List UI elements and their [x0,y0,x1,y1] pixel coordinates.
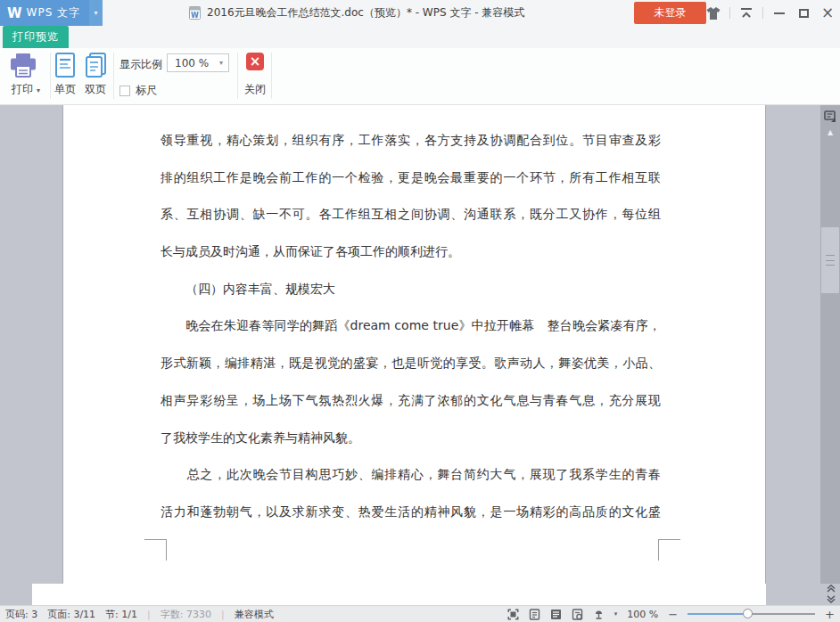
fullscreen-icon[interactable] [507,609,519,620]
margin-corner-mark-left [144,539,167,561]
print-button-label[interactable]: 打印 ▾ [4,82,48,97]
zoom-slider-track [748,613,815,615]
ruler-checkbox[interactable] [119,86,130,96]
next-page-button[interactable] [825,594,837,604]
login-button[interactable]: 未登录 [634,2,706,24]
side-toolbar-icon[interactable] [824,110,836,127]
double-page-icon [84,52,107,78]
document-text-line: 总之，此次晚会节目构思巧妙、编排精心，舞台简约大气，展现了我系学生的青春 [161,456,661,494]
document-text-block: 领导重视，精心策划，组织有序，工作落实，各方支持及协调配合到位。节目审查及彩排的… [161,122,661,531]
wps-menu-tab-main[interactable]: W WPS 文字 [0,0,89,26]
document-viewport[interactable]: 领导重视，精心策划，组织有序，工作落实，各方支持及协调配合到位。节目审查及彩排的… [0,105,840,584]
zoom-ratio-value: 100 % [168,57,219,70]
titlebar-separator [729,7,730,19]
page-position-status: 页面: 3/11 [47,608,95,621]
statusbar: 页码: 3 页面: 3/11 节: 1/1 | 字数: 7330 | 兼容模式 [0,605,840,622]
zoom-slider[interactable] [688,609,815,619]
zoom-ratio-select[interactable]: 100 % ▾ [167,53,229,72]
zoom-ratio-label: 显示比例 [119,57,166,72]
double-page-label[interactable]: 双页 [81,82,110,97]
single-page-button[interactable] [54,52,76,82]
print-preview-toolbar: 打印 ▾ 单页 双页 显示比例 100 % ▾ [0,48,840,105]
close-preview-label[interactable]: 关闭 [242,82,268,97]
tab-print-preview[interactable]: 打印预览 [3,26,69,48]
titlebar-separator [762,7,763,19]
statusbar-separator: | [221,609,225,620]
print-button[interactable] [9,53,37,83]
word-count-status[interactable]: 字数: 7330 [161,608,211,621]
ruler-label: 标尺 [136,83,157,98]
page-view-icon[interactable] [529,609,540,620]
titlebar: W WPS 文字 ▾ W 2016元旦晚会工作总结范文.doc（预览）* - W… [0,0,840,26]
minimize-icon[interactable] [771,5,787,21]
word-document-icon: W [189,6,201,20]
section-status: 节: 1/1 [105,608,137,621]
close-preview-button[interactable]: × [246,53,264,70]
collapse-ribbon-icon[interactable] [738,5,754,21]
caret-down-icon[interactable]: ▾ [614,610,618,618]
web-layout-icon[interactable] [572,609,583,620]
toolbar-separator [271,53,272,99]
printer-icon [9,53,37,79]
ribbon-tab-row: 打印预览 [0,26,840,48]
window-controls: × [705,0,836,26]
single-page-label[interactable]: 单页 [51,82,79,97]
document-text-line: 晚会在朱迎春等同学的舞蹈《dream come true》中拉开帷幕 整台晚会紧… [161,307,661,345]
zoom-slider-handle[interactable] [743,609,753,618]
page-number-status: 页码: 3 [5,608,37,621]
zoom-slider-track-filled [688,613,748,615]
toolbar-separator [113,53,114,99]
document-text-line: 了我校学生的文化素养与精神风貌。 [161,420,661,457]
document-text-line: 活力和蓬勃朝气，以及求新求变、热爱生活的精神风貌，是一场精彩的高品质的文化盛 [161,494,661,531]
horizontal-scrollbar[interactable] [0,584,840,605]
compatibility-mode-status: 兼容模式 [235,608,274,621]
wps-menu-tab-label: WPS 文字 [27,5,81,20]
scrollbar-corner [766,584,840,605]
eye-protection-icon[interactable] [593,609,605,620]
vertical-scrollbar[interactable]: ▲ [820,105,840,584]
outline-view-icon[interactable] [550,609,562,620]
toolbar-separator [237,53,238,99]
scrollbar-grip [826,255,835,266]
statusbar-separator: | [147,609,151,620]
document-text-line: 系、互相协调、缺一不可。各工作组互相之间协调、沟通联系，既分工又协作，每位组 [161,196,661,233]
wps-print-preview-window: W WPS 文字 ▾ W 2016元旦晚会工作总结范文.doc（预览）* - W… [0,0,840,622]
close-x-icon: × [250,53,261,70]
caret-down-icon: ▾ [37,86,40,94]
previous-page-button[interactable] [825,584,837,593]
document-text-line: （四）内容丰富、规模宏大 [161,271,661,308]
statusbar-left: 页码: 3 页面: 3/11 节: 1/1 | 字数: 7330 | 兼容模式 [5,606,274,622]
wps-logo-icon: W [7,5,22,21]
svg-text:W: W [191,12,199,20]
horizontal-scrollbar-thumb[interactable] [0,584,32,605]
wps-menu-tab[interactable]: W WPS 文字 ▾ [0,0,103,26]
document-text-line: 长与成员及时沟通，从而保证了各项工作的顺利进行。 [161,233,661,271]
wps-menu-caret-icon[interactable]: ▾ [89,0,103,26]
zoom-in-button[interactable]: + [825,609,835,620]
document-tab[interactable]: W 2016元旦晚会工作总结范文.doc（预览）* - WPS 文字 - 兼容模… [189,0,524,26]
vertical-scrollbar-thumb[interactable] [821,227,839,293]
double-page-button[interactable] [84,52,107,82]
statusbar-zoom-value: 100 % [627,609,658,620]
statusbar-right: ▾ 100 % − + [507,606,835,622]
zoom-out-button[interactable]: − [668,609,678,620]
caret-down-icon: ▾ [219,59,228,67]
maximize-icon[interactable] [795,5,811,21]
skin-icon[interactable] [705,5,721,21]
ruler-toggle[interactable]: 标尺 [119,83,157,98]
close-window-icon[interactable]: × [819,5,836,21]
document-text-line: 领导重视，精心策划，组织有序，工作落实，各方支持及协调配合到位。节目审查及彩 [161,122,661,160]
document-text-line: 形式新颖，编排精湛，既是视觉的盛宴，也是听觉的享受。歌声动人，舞姿优美，小品、 [161,345,661,382]
document-page[interactable]: 领导重视，精心策划，组织有序，工作落实，各方支持及协调配合到位。节目审查及彩排的… [62,105,766,584]
document-text-line: 相声异彩纷呈，场上场下气氛热烈火爆，充满了浓郁的文化气息与青春气息，充分展现 [161,382,661,420]
margin-corner-mark-right [658,539,680,561]
single-page-icon [54,52,76,78]
document-title: 2016元旦晚会工作总结范文.doc（预览）* - WPS 文字 - 兼容模式 [207,5,524,20]
document-text-line: 排的组织工作是晚会前工作的一个检验，更是晚会最重要的一个环节，所有工作相互联 [161,160,661,197]
scroll-up-arrow-icon[interactable]: ▲ [820,128,840,136]
